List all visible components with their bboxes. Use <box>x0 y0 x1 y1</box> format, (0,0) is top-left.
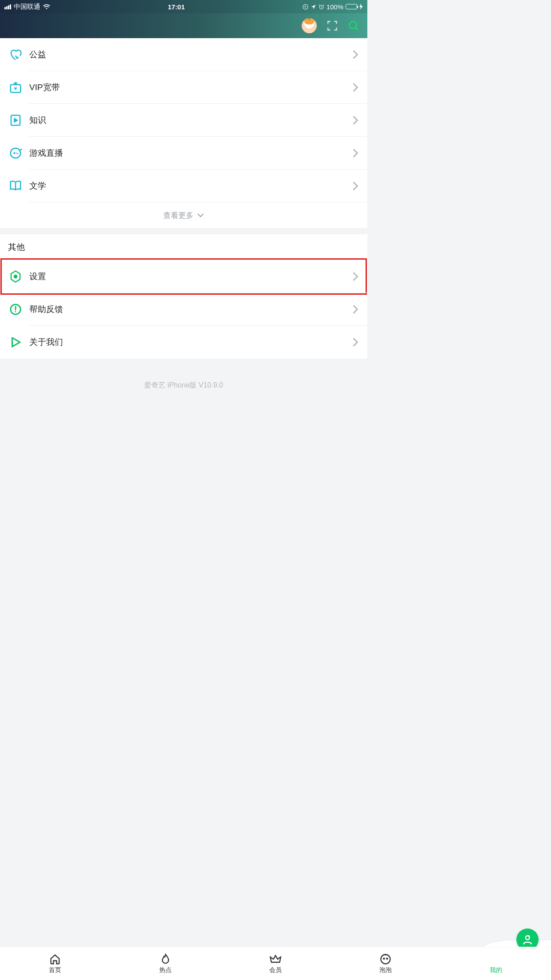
list-item-charity[interactable]: 公益 <box>0 38 367 71</box>
carrier-label: 中国联通 <box>14 3 40 11</box>
chevron-right-icon <box>352 272 358 281</box>
chevron-right-icon <box>352 50 358 59</box>
wifi-icon <box>43 4 50 9</box>
list-item-settings[interactable]: 设置 <box>0 260 367 293</box>
alert-circle-icon <box>9 303 22 316</box>
list-item-label: 设置 <box>29 271 352 282</box>
section-title-other: 其他 <box>0 234 367 260</box>
list-item-gamelive[interactable]: 游戏直播 <box>0 137 367 170</box>
chevron-down-icon <box>197 213 204 217</box>
svg-point-2 <box>349 21 356 28</box>
charging-icon <box>359 4 363 10</box>
play-doc-icon <box>9 114 22 127</box>
app-header <box>0 13 367 38</box>
list-item-label: 关于我们 <box>29 336 352 348</box>
gamepad-icon <box>9 146 22 160</box>
view-more-button[interactable]: 查看更多 <box>0 202 367 228</box>
status-bar: 中国联通 17:01 100% <box>0 0 367 13</box>
orientation-lock-icon <box>303 4 308 10</box>
battery-icon <box>346 4 357 9</box>
list-item-label: 公益 <box>29 49 352 60</box>
chevron-right-icon <box>352 304 358 314</box>
view-more-label: 查看更多 <box>163 210 193 221</box>
avatar[interactable] <box>302 18 317 33</box>
svg-point-6 <box>14 275 17 278</box>
cellular-signal-icon <box>4 4 11 9</box>
alarm-icon <box>319 4 324 10</box>
services-section: 公益 VIP宽带 知识 游戏直播 文学 查看更多 <box>0 38 367 228</box>
app-version: 爱奇艺 iPhone版 V10.9.0 <box>0 359 367 426</box>
list-item-label: 知识 <box>29 115 352 126</box>
chevron-right-icon <box>352 115 358 125</box>
scan-icon[interactable] <box>327 20 338 32</box>
list-item-vipband[interactable]: VIP宽带 <box>0 71 367 104</box>
gear-hex-icon <box>9 270 22 283</box>
chevron-right-icon <box>352 148 358 158</box>
list-item-label: 游戏直播 <box>29 147 352 159</box>
location-icon <box>311 4 316 10</box>
other-section: 其他 设置 帮助反馈 关于我们 <box>0 234 367 359</box>
list-item-help[interactable]: 帮助反馈 <box>0 293 367 326</box>
list-item-about[interactable]: 关于我们 <box>0 326 367 359</box>
book-icon <box>9 179 22 193</box>
list-item-label: 帮助反馈 <box>29 304 352 315</box>
heart-icon <box>9 48 22 61</box>
status-left: 中国联通 <box>4 3 50 11</box>
list-item-knowledge[interactable]: 知识 <box>0 104 367 137</box>
list-item-label: 文学 <box>29 180 352 192</box>
status-time: 17:01 <box>168 3 185 11</box>
search-icon[interactable] <box>348 20 359 32</box>
play-tri-icon <box>9 336 22 349</box>
list-item-label: VIP宽带 <box>29 82 352 93</box>
chevron-right-icon <box>352 181 358 191</box>
list-item-literature[interactable]: 文学 <box>0 170 367 202</box>
battery-percent: 100% <box>327 3 343 11</box>
chevron-right-icon <box>352 337 358 347</box>
status-right: 100% <box>303 3 363 11</box>
chevron-right-icon <box>352 83 358 92</box>
tv-icon <box>9 81 22 94</box>
